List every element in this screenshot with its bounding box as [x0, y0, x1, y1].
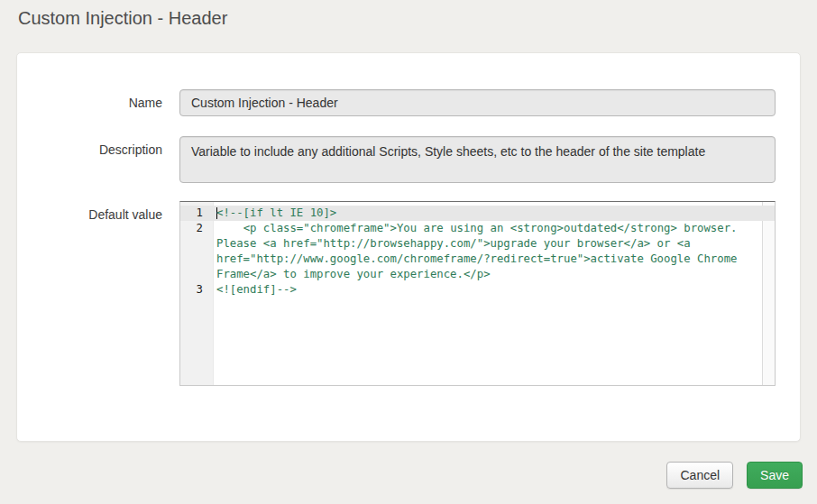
- code-editor-lines: 1<!--[if lt IE 10]>2 <p class="chromefra…: [180, 202, 775, 298]
- cancel-button[interactable]: Cancel: [666, 462, 733, 489]
- code-text[interactable]: <p class="chromeframe">You are using an …: [214, 221, 762, 282]
- default-value-label: Default value: [41, 201, 162, 222]
- code-text[interactable]: <!--[if lt IE 10]>: [214, 206, 762, 221]
- description-textarea[interactable]: Variable to include any additional Scrip…: [179, 136, 776, 183]
- code-line[interactable]: 1<!--[if lt IE 10]>: [180, 206, 775, 221]
- code-text[interactable]: <![endif]-->: [214, 282, 762, 298]
- text-caret: [216, 207, 217, 219]
- description-label: Description: [41, 136, 162, 157]
- default-value-row: Default value 1<!--[if lt IE 10]>2 <p cl…: [41, 201, 776, 386]
- code-line[interactable]: 2 <p class="chromeframe">You are using a…: [180, 221, 775, 282]
- actions-bar: Cancel Save: [0, 462, 803, 489]
- line-number: 2: [180, 221, 214, 282]
- save-button[interactable]: Save: [747, 462, 803, 489]
- form-card: Name Description Variable to include any…: [16, 52, 801, 442]
- code-editor[interactable]: 1<!--[if lt IE 10]>2 <p class="chromefra…: [179, 201, 776, 386]
- line-number: 1: [180, 206, 214, 221]
- name-row: Name: [41, 89, 776, 116]
- page-title: Custom Injection - Header: [0, 0, 817, 28]
- description-row: Description Variable to include any addi…: [41, 136, 776, 183]
- name-label: Name: [41, 89, 162, 110]
- name-input[interactable]: [179, 89, 776, 116]
- line-number: 3: [180, 282, 214, 298]
- code-line[interactable]: 3<![endif]-->: [180, 282, 775, 298]
